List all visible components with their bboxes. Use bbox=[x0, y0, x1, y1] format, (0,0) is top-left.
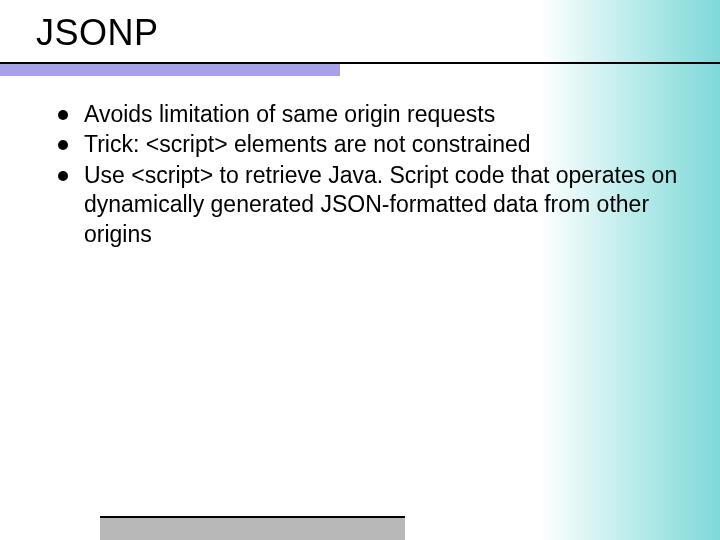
footer-accent-bar bbox=[100, 516, 405, 540]
bullet-item: Use <script> to retrieve Java. Script co… bbox=[56, 161, 692, 249]
bullet-item: Trick: <script> elements are not constra… bbox=[56, 130, 692, 159]
slide-title: JSONP bbox=[36, 12, 720, 54]
bullet-list: Avoids limitation of same origin request… bbox=[56, 100, 692, 249]
content-area: Avoids limitation of same origin request… bbox=[0, 76, 720, 249]
bullet-item: Avoids limitation of same origin request… bbox=[56, 100, 692, 129]
title-area: JSONP bbox=[0, 0, 720, 54]
title-accent-bar bbox=[0, 62, 340, 76]
title-rule bbox=[340, 62, 720, 64]
title-underline bbox=[0, 62, 720, 76]
